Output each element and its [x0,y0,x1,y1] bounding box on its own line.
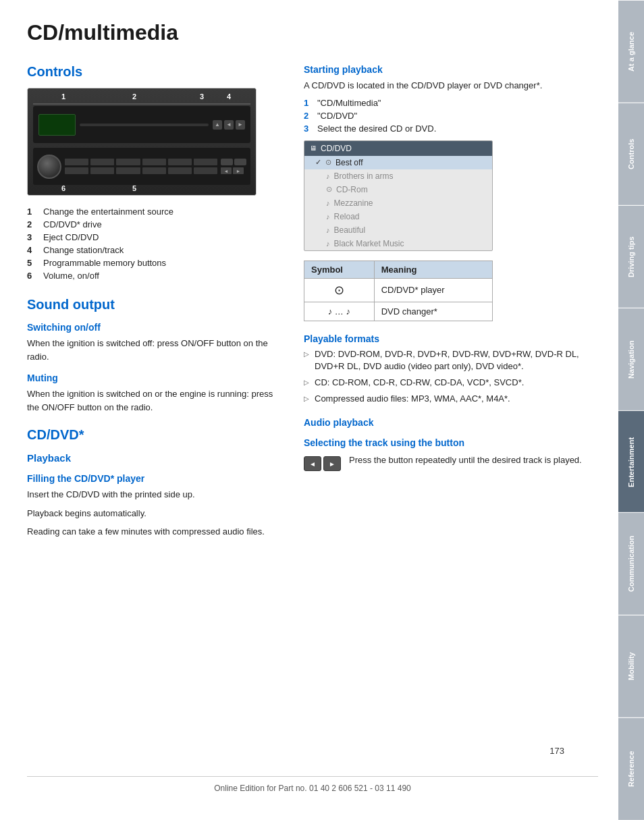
controls-image: 1 2 3 4 [27,88,257,196]
controls-heading: Controls [27,64,284,80]
next-track-button[interactable]: ► [323,456,341,471]
switching-heading: Switching on/off [27,322,284,333]
tab-controls[interactable]: Controls [618,103,644,205]
label-6: 6 [61,184,65,192]
muting-text: When the ignition is switched on or the … [27,387,284,414]
playable-formats-list: DVD: DVD-ROM, DVD-R, DVD+R, DVD-RW, DVD+… [304,348,598,406]
cddvd-heading: CD/DVD* [27,427,284,443]
sound-output-heading: Sound output [27,297,284,312]
step-2: 2 "CD/DVD" [304,111,598,121]
step-2-text: "CD/DVD" [317,111,357,121]
starting-playback-heading: Starting playback [304,64,598,75]
format-cd: CD: CD-ROM, CD-R, CD-RW, CD-DA, VCD*, SV… [304,377,598,389]
controls-item-5: 5 Programmable memory buttons [27,258,284,268]
page-footer: Online Edition for Part no. 01 40 2 606 … [27,776,598,793]
menu-item-beautiful: ♪ Beautiful [304,223,492,237]
symbol-row-1: ⊙ CD/DVD* player [304,278,493,302]
prev-track-button[interactable]: ◄ [304,456,321,471]
format-dvd: DVD: DVD-ROM, DVD-R, DVD+R, DVD-RW, DVD+… [304,348,598,373]
step-3: 3 Select the desired CD or DVD. [304,124,598,134]
format-compressed: Compressed audio files: MP3, WMA, AAC*, … [304,393,598,405]
controls-item-2: 2 CD/DVD* drive [27,219,284,229]
meaning-col-header: Meaning [374,261,492,278]
step-1-text: "CD/Multimedia" [317,98,381,108]
tab-navigation[interactable]: Navigation [618,308,644,410]
tab-mobility[interactable]: Mobility [618,615,644,717]
page-number: 173 [27,746,564,756]
menu-item-mezzanine: ♪ Mezzanine [304,196,492,210]
symbol-row-2: ♪ … ♪ DVD changer* [304,302,493,321]
controls-list: 1 Change the entertainment source 2 CD/D… [27,207,284,281]
tab-reference[interactable]: Reference [618,717,644,820]
symbol-1: ⊙ [304,278,375,302]
meaning-1: CD/DVD* player [374,278,492,302]
muting-heading: Muting [27,373,284,383]
symbol-table: Symbol Meaning ⊙ CD/DVD* player ♪ … ♪ [304,261,493,321]
step-1: 1 "CD/Multimedia" [304,98,598,108]
starting-playback-section: Starting playback A CD/DVD is located in… [304,64,598,321]
tab-driving-tips[interactable]: Driving tips [618,205,644,308]
playback-heading: Playback [27,452,284,464]
tab-communication[interactable]: Communication [618,512,644,615]
audio-playback-heading: Audio playback [304,417,598,428]
filling-heading: Filling the CD/DVD* player [27,473,284,484]
playable-formats-heading: Playable formats [304,333,598,344]
track-button-section: ◄ ► Press the button repeatedly until th… [304,454,598,471]
menu-item-best-off: ✓ ⊙ Best off [304,156,492,169]
step-3-num: 3 [304,124,313,134]
meaning-2: DVD changer* [374,302,492,321]
tab-at-a-glance[interactable]: At a glance [618,0,644,103]
page-title: CD/multimedia [27,20,598,45]
side-tabs: At a glance Controls Driving tips Naviga… [618,0,644,820]
step-2-num: 2 [304,111,313,121]
cddvd-menu-header: 🖥 CD/DVD [304,141,492,156]
starting-playback-intro: A CD/DVD is located in the CD/DVD player… [304,79,598,92]
menu-item-reload: ♪ Reload [304,210,492,223]
controls-item-4: 4 Change station/track [27,245,284,255]
label-3: 3 [200,92,204,101]
playable-formats-section: Playable formats DVD: DVD-ROM, DVD-R, DV… [304,333,598,406]
menu-item-cdrom: ⊙ CD-Rom [304,183,492,196]
controls-item-6: 6 Volume, on/off [27,271,284,281]
selecting-track-heading: Selecting the track using the button [304,437,598,448]
audio-playback-section: Audio playback Selecting the track using… [304,417,598,471]
filling-line-1: Insert the CD/DVD with the printed side … [27,488,284,501]
controls-item-1: 1 Change the entertainment source [27,207,284,217]
track-buttons: ◄ ► [304,456,341,471]
selecting-track-text: Press the button repeatedly until the de… [349,454,582,467]
switching-text: When the ignition is switched off: press… [27,337,284,363]
symbol-2: ♪ … ♪ [304,302,375,321]
filling-line-2: Playback begins automatically. [27,507,284,520]
menu-item-blackmarket: ♪ Black Market Music [304,237,492,250]
step-1-num: 1 [304,98,313,108]
label-4: 4 [227,92,231,101]
label-1: 1 [61,92,65,101]
symbol-col-header: Symbol [304,261,375,278]
label-2: 2 [132,92,136,101]
label-5: 5 [132,184,136,192]
filling-line-3: Reading can take a few minutes with comp… [27,525,284,539]
tab-entertainment[interactable]: Entertainment [618,410,644,513]
step-3-text: Select the desired CD or DVD. [317,124,436,134]
menu-item-brothers: ♪ Brothers in arms [304,169,492,183]
cddvd-menu: 🖥 CD/DVD ✓ ⊙ Best off ♪ Brothers in [304,140,493,251]
controls-item-3: 3 Eject CD/DVD [27,232,284,242]
